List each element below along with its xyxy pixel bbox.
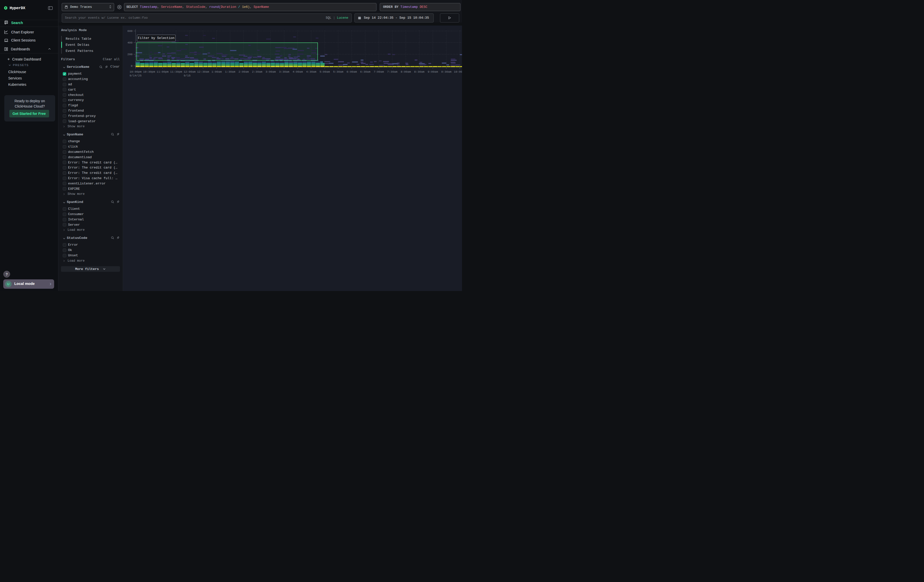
svg-text:3:30am: 3:30am xyxy=(279,70,289,73)
svg-text:12:30am: 12:30am xyxy=(197,70,209,73)
svg-text:11:30pm: 11:30pm xyxy=(170,70,182,73)
svg-text:12:00am: 12:00am xyxy=(184,70,196,73)
svg-text:2:00am: 2:00am xyxy=(239,70,249,73)
svg-text:5:00am: 5:00am xyxy=(320,70,330,73)
svg-text:10:30pm: 10:30pm xyxy=(143,70,155,73)
svg-text:2:30am: 2:30am xyxy=(252,70,262,73)
svg-text:9:30am: 9:30am xyxy=(441,70,452,73)
svg-text:9:00am: 9:00am xyxy=(427,70,438,73)
svg-text:600: 600 xyxy=(127,30,133,33)
svg-text:9/15: 9/15 xyxy=(184,74,191,77)
svg-text:4:00am: 4:00am xyxy=(292,70,303,73)
svg-text:1:30am: 1:30am xyxy=(225,70,235,73)
svg-text:7:30am: 7:30am xyxy=(387,70,398,73)
svg-text:3:00am: 3:00am xyxy=(266,70,276,73)
svg-text:200: 200 xyxy=(127,53,133,56)
svg-text:5:30am: 5:30am xyxy=(333,70,343,73)
svg-text:6:30am: 6:30am xyxy=(360,70,370,73)
svg-text:8:30am: 8:30am xyxy=(414,70,424,73)
svg-text:400: 400 xyxy=(127,41,133,44)
svg-text:4:30am: 4:30am xyxy=(306,70,317,73)
svg-text:1:00am: 1:00am xyxy=(211,70,222,73)
svg-text:11:00pm: 11:00pm xyxy=(157,70,169,73)
svg-text:10:00am: 10:00am xyxy=(454,70,462,73)
svg-text:8:00am: 8:00am xyxy=(401,70,411,73)
svg-text:6:00am: 6:00am xyxy=(346,70,357,73)
svg-text:10:00pm: 10:00pm xyxy=(130,70,142,73)
svg-text:7:00am: 7:00am xyxy=(374,70,384,73)
svg-text:0: 0 xyxy=(131,64,133,68)
svg-text:9/14/25: 9/14/25 xyxy=(130,74,142,77)
